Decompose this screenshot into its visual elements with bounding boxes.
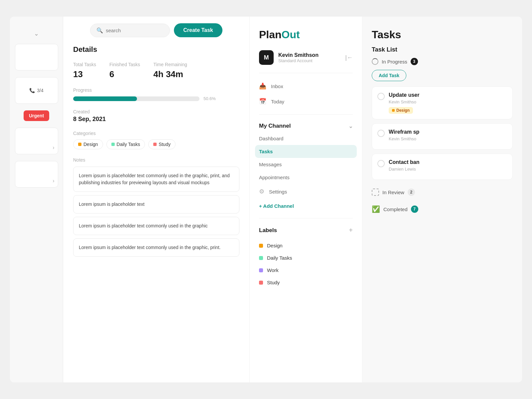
appointments-label: Appointments bbox=[259, 175, 290, 180]
in-progress-row: In Progress 3 bbox=[372, 58, 513, 65]
completed-label: Completed bbox=[383, 206, 408, 212]
calls-indicator: 📞 3/4 bbox=[29, 88, 43, 93]
label-item[interactable]: Study bbox=[259, 276, 353, 289]
phone-icon: 📞 bbox=[29, 88, 35, 93]
notes-section: Notes Lorem ipsum is placeholder text co… bbox=[73, 157, 239, 257]
total-tasks-stat: Total Tasks 13 bbox=[73, 62, 96, 79]
user-details: Kevin Smithson Standard Account bbox=[278, 52, 319, 63]
labels-title: Labels bbox=[259, 227, 277, 234]
category-tag[interactable]: Daily Tasks bbox=[106, 139, 145, 149]
user-avatar: M bbox=[259, 50, 274, 65]
progress-percent: 50.6% bbox=[203, 96, 216, 101]
task-card[interactable]: Update user Kevin Smithso Design bbox=[372, 86, 513, 119]
notes-list: Lorem ipsum is placeholder text commonly… bbox=[73, 167, 239, 257]
nav-messages[interactable]: Messages bbox=[250, 158, 362, 171]
completed-icon: ✅ bbox=[372, 205, 380, 213]
labels-list: DesignDaily TasksWorkStudy bbox=[259, 239, 353, 289]
nav-inbox-label: Inbox bbox=[271, 83, 283, 89]
note-item: Lorem ipsum is placeholder text commonly… bbox=[73, 217, 239, 235]
categories-label: Categories bbox=[73, 131, 239, 136]
task-list-section: Task List In Progress 3 Add Task Update … bbox=[362, 46, 522, 382]
task-checkbox[interactable] bbox=[377, 93, 385, 100]
nav-settings[interactable]: ⚙ Settings bbox=[250, 184, 362, 199]
finished-tasks-stat: Finished Tasks 6 bbox=[109, 62, 140, 79]
task-title: Update user bbox=[389, 92, 419, 98]
task-checkbox[interactable] bbox=[377, 130, 385, 137]
task-checkbox[interactable] bbox=[377, 160, 385, 167]
in-review-icon bbox=[372, 189, 379, 196]
label-item[interactable]: Daily Tasks bbox=[259, 252, 353, 264]
progress-label: Progress bbox=[73, 87, 239, 93]
task-card[interactable]: Wirefram sp Kevin Smithso bbox=[372, 123, 513, 150]
today-icon: 📅 bbox=[259, 98, 266, 105]
add-label-button[interactable]: + bbox=[349, 226, 353, 234]
task-subtitle: Kevin Smithso bbox=[389, 136, 419, 141]
categories-row: DesignDaily TasksStudy bbox=[73, 139, 239, 149]
add-task-button[interactable]: Add Task bbox=[372, 70, 406, 81]
chevron-right-icon-1: › bbox=[53, 145, 54, 151]
app-container: ⌄ 📞 3/4 Urgent › › 🔍 bbox=[10, 17, 522, 382]
sidebar-collapse-button[interactable]: |← bbox=[345, 54, 353, 61]
urgent-badge: Urgent bbox=[24, 110, 49, 121]
channel-header[interactable]: My Channel ⌄ bbox=[250, 120, 362, 132]
settings-icon: ⚙ bbox=[259, 188, 264, 195]
section-divider-1 bbox=[259, 114, 353, 115]
sidebar-card-1 bbox=[15, 44, 58, 70]
user-name: Kevin Smithson bbox=[278, 52, 319, 58]
far-left-sidebar: ⌄ 📞 3/4 Urgent › › bbox=[10, 17, 63, 382]
my-channel-label: My Channel bbox=[259, 123, 291, 129]
notes-label: Notes bbox=[73, 157, 239, 163]
create-task-button[interactable]: Create Task bbox=[174, 23, 222, 37]
user-info: M Kevin Smithson Standard Account bbox=[259, 50, 319, 65]
categories-section: Categories DesignDaily TasksStudy bbox=[73, 131, 239, 149]
task-list-title: Task List bbox=[372, 46, 513, 53]
sidebar-card-bottom-1[interactable]: › bbox=[15, 128, 58, 154]
progress-bar-fill bbox=[73, 96, 137, 101]
label-item[interactable]: Design bbox=[259, 239, 353, 252]
nav-tasks[interactable]: Tasks bbox=[255, 145, 357, 158]
progress-section: Progress 50.6% bbox=[73, 87, 239, 101]
user-section: M Kevin Smithson Standard Account |← bbox=[250, 50, 362, 73]
search-box[interactable]: 🔍 bbox=[90, 24, 170, 37]
messages-label: Messages bbox=[259, 162, 282, 167]
add-channel-button[interactable]: + Add Channel bbox=[250, 199, 362, 213]
chevron-right-icon-2: › bbox=[53, 178, 54, 184]
inbox-icon: 📥 bbox=[259, 82, 266, 90]
channel-chevron-icon: ⌄ bbox=[348, 123, 353, 129]
section-divider-2 bbox=[259, 218, 353, 218]
time-remaining-stat: Time Remaining 4h 34m bbox=[153, 62, 187, 79]
stats-row: Total Tasks 13 Finished Tasks 6 Time Rem… bbox=[73, 62, 239, 79]
label-item[interactable]: Work bbox=[259, 264, 353, 276]
category-tag[interactable]: Study bbox=[148, 139, 176, 149]
total-tasks-label: Total Tasks bbox=[73, 62, 96, 67]
top-bar: 🔍 Create Task bbox=[70, 17, 243, 45]
brand-header: Plan Out bbox=[250, 17, 362, 50]
in-review-label: In Review bbox=[382, 190, 404, 195]
labels-section: Labels + DesignDaily TasksWorkStudy bbox=[250, 224, 362, 289]
progress-bar-bg bbox=[73, 96, 200, 101]
category-tag[interactable]: Design bbox=[73, 139, 103, 149]
nav-divider-1 bbox=[259, 73, 353, 73]
detail-main-content: 🔍 Create Task Details Total Tasks 13 Fin… bbox=[63, 17, 249, 382]
labels-header: Labels + bbox=[259, 224, 353, 234]
total-tasks-value: 13 bbox=[73, 69, 96, 79]
task-title: Contact ban bbox=[389, 159, 419, 165]
finished-tasks-label: Finished Tasks bbox=[109, 62, 140, 67]
settings-label: Settings bbox=[269, 189, 287, 195]
time-remaining-value: 4h 34m bbox=[153, 69, 187, 79]
progress-bar-container: 50.6% bbox=[73, 96, 239, 101]
created-date: 8 Sep, 2021 bbox=[73, 116, 239, 123]
nav-appointments[interactable]: Appointments bbox=[250, 171, 362, 184]
task-card[interactable]: Contact ban Damien Lewis bbox=[372, 154, 513, 180]
middle-panel: Plan Out M Kevin Smithson Standard Accou… bbox=[249, 17, 362, 382]
note-item: Lorem ipsum is placeholder text bbox=[73, 195, 239, 213]
task-chip: Design bbox=[389, 107, 413, 114]
sidebar-card-bottom-2[interactable]: › bbox=[15, 161, 58, 188]
nav-item-inbox[interactable]: 📥 Inbox bbox=[250, 78, 362, 94]
task-subtitle: Kevin Smithso bbox=[389, 99, 419, 104]
nav-dashboard[interactable]: Dashboard bbox=[250, 132, 362, 145]
task-cards: Update user Kevin Smithso Design Wirefra… bbox=[372, 86, 513, 180]
sidebar-collapse-icon[interactable]: ⌄ bbox=[34, 30, 39, 37]
nav-item-today[interactable]: 📅 Today bbox=[250, 94, 362, 109]
search-input[interactable] bbox=[106, 28, 156, 33]
